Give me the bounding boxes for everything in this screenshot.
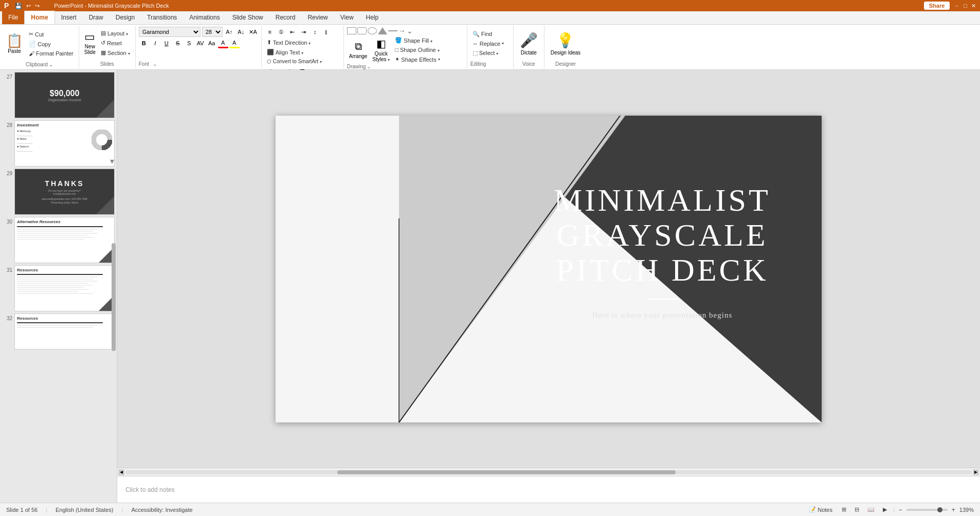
layout-button[interactable]: ▤ Layout ▾ (99, 29, 132, 38)
change-case-button[interactable]: Aa (207, 38, 217, 48)
tab-slideshow[interactable]: Slide Show (226, 11, 269, 24)
format-painter-button[interactable]: 🖌 Format Painter (27, 49, 76, 58)
slide-thumb-31[interactable]: 31 Resources (2, 265, 115, 311)
quick-access-undo[interactable]: ↩ (26, 3, 31, 9)
shape-rounded-rect-btn[interactable] (357, 27, 367, 34)
decrease-font-button[interactable]: A↓ (236, 27, 246, 37)
tab-animations[interactable]: Animations (183, 11, 226, 24)
slide-num-31: 31 (2, 265, 12, 273)
accessibility-indicator[interactable]: Accessibility: Investigate (131, 507, 192, 513)
convert-smartart-button[interactable]: ⬡Convert to SmartArt ▾ (265, 58, 324, 65)
tab-insert[interactable]: Insert (55, 11, 83, 24)
tab-home[interactable]: Home (24, 11, 55, 24)
panel-scrollbar[interactable] (112, 243, 116, 352)
shape-oval-btn[interactable] (368, 27, 377, 34)
tab-file[interactable]: File (2, 11, 24, 24)
clear-format-button[interactable]: ✕A (248, 27, 258, 37)
tab-design[interactable]: Design (110, 11, 141, 24)
font-color-btn[interactable]: A (218, 38, 228, 48)
notes-placeholder[interactable]: Click to add notes (125, 486, 174, 493)
columns-button[interactable]: ⫿ (321, 27, 332, 37)
zoom-slider[interactable] (906, 509, 948, 511)
numbering-button[interactable]: ① (276, 27, 286, 37)
h-scroll-thumb[interactable] (337, 470, 676, 474)
font-family-select[interactable]: Garamond (139, 27, 201, 37)
new-slide-button[interactable]: ▭ NewSlide (82, 30, 98, 56)
normal-view-button[interactable]: ⊞ (840, 505, 848, 514)
reset-button[interactable]: ↺ Reset (99, 39, 132, 47)
select-button[interactable]: ⬚ Select ▾ (470, 49, 510, 58)
slide-thumb-29[interactable]: 29 THANKS Do you have any questions?emai… (2, 169, 115, 215)
clipboard-expand-icon[interactable]: ⌄ (49, 62, 53, 67)
tab-transitions[interactable]: Transitions (141, 11, 183, 24)
clipboard-group: 📋 Paste ✂ Cut 📄 Copy 🖌 Format Painter (0, 26, 79, 68)
increase-font-button[interactable]: A↑ (224, 27, 234, 37)
canvas-scroll[interactable]: MINIMALISTGRAYSCALEPITCH DECK Here is wh… (117, 70, 980, 468)
design-ideas-button[interactable]: 💡 Design Ideas (549, 27, 583, 60)
char-spacing-button[interactable]: AV (195, 38, 206, 48)
scroll-left-button[interactable]: ◀ (118, 469, 124, 475)
paste-button[interactable]: 📋 Paste (3, 33, 26, 55)
zoom-level[interactable]: 139% (959, 507, 974, 513)
strikethrough-button[interactable]: S (173, 38, 183, 48)
font-size-select[interactable]: 28 (202, 27, 223, 37)
quick-access-redo[interactable]: ↪ (35, 3, 40, 9)
copy-button[interactable]: 📄 Copy (27, 40, 76, 48)
text-shadow-button[interactable]: S (184, 38, 194, 48)
bold-button[interactable]: B (139, 38, 149, 48)
scroll-right-button[interactable]: ▶ (973, 469, 979, 475)
slideshow-button[interactable]: ▶ (881, 505, 889, 514)
zoom-in-button[interactable]: + (952, 506, 955, 513)
shape-outline-label: Shape Outline ▾ (400, 47, 440, 53)
text-direction-button[interactable]: ⬆Text Direction ▾ (265, 38, 313, 47)
tab-view[interactable]: View (334, 11, 360, 24)
notes-toggle-button[interactable]: 📝 Notes (806, 505, 836, 514)
close-button[interactable]: ✕ (971, 3, 976, 9)
slide-thumb-30[interactable]: 30 Alternative Resources (2, 217, 115, 263)
section-button[interactable]: ▦ Section ▾ (99, 48, 132, 57)
reading-view-button[interactable]: 📖 (865, 505, 877, 514)
shape-arrow-btn[interactable]: → (398, 27, 406, 35)
more-shapes-btn[interactable]: ⌄ (407, 27, 413, 35)
dictate-button[interactable]: 🎤 Dictate (518, 27, 540, 60)
replace-button[interactable]: ↔ Replace ▾ (470, 40, 510, 48)
highlight-color-btn[interactable]: A (229, 38, 240, 48)
maximize-button[interactable]: □ (964, 3, 967, 9)
increase-indent-button[interactable]: ⇥ (299, 27, 309, 37)
quick-styles-button[interactable]: ◧ QuickStyles ▾ (370, 36, 392, 63)
share-button[interactable]: Share (924, 2, 950, 10)
zoom-out-button[interactable]: − (899, 506, 902, 513)
decrease-indent-button[interactable]: ⇤ (287, 27, 298, 37)
tab-record[interactable]: Record (269, 11, 302, 24)
slide-subtitle: Here is where your presentation begins (529, 311, 796, 320)
tab-review[interactable]: Review (301, 11, 334, 24)
font-expand-icon[interactable]: ⌄ (153, 61, 157, 67)
bullets-button[interactable]: ≡ (265, 27, 275, 37)
main-slide[interactable]: MINIMALISTGRAYSCALEPITCH DECK Here is wh… (276, 116, 822, 422)
h-scroll-track[interactable] (125, 470, 972, 474)
slide-num-27: 27 (2, 72, 12, 80)
arrange-button[interactable]: ⧉ Arrange (347, 40, 370, 60)
tab-draw[interactable]: Draw (83, 11, 110, 24)
shape-triangle-btn[interactable] (378, 27, 387, 34)
shape-line-btn[interactable] (388, 30, 397, 31)
slide-thumb-32[interactable]: 32 Resources (2, 314, 115, 349)
slide-num-29: 29 (2, 169, 12, 176)
shape-fill-button[interactable]: 🪣 Shape Fill ▾ (393, 36, 442, 45)
cut-button[interactable]: ✂ Cut (27, 30, 76, 39)
shape-effects-button[interactable]: ✦ Shape Effects ▾ (393, 55, 442, 64)
shape-rect-btn[interactable] (347, 27, 356, 34)
slide-thumb-27[interactable]: 27 $90,000 Organization Income (2, 72, 115, 118)
quick-access-save[interactable]: 💾 (15, 3, 22, 9)
underline-button[interactable]: U (161, 38, 172, 48)
shape-outline-button[interactable]: □ Shape Outline ▾ (393, 46, 442, 54)
minimize-button[interactable]: － (954, 2, 959, 10)
line-spacing-button[interactable]: ↕ (310, 27, 320, 37)
italic-button[interactable]: I (150, 38, 160, 48)
drawing-expand-icon[interactable]: ⌄ (367, 64, 371, 69)
slide-thumb-28[interactable]: 28 Investment ● Mercury ___________ ● Ma… (2, 120, 115, 167)
find-button[interactable]: 🔍 Find (470, 30, 510, 39)
align-text-button[interactable]: ⬛Align Text ▾ (265, 48, 306, 57)
slide-sorter-button[interactable]: ⊟ (852, 505, 861, 514)
tab-help[interactable]: Help (360, 11, 385, 24)
